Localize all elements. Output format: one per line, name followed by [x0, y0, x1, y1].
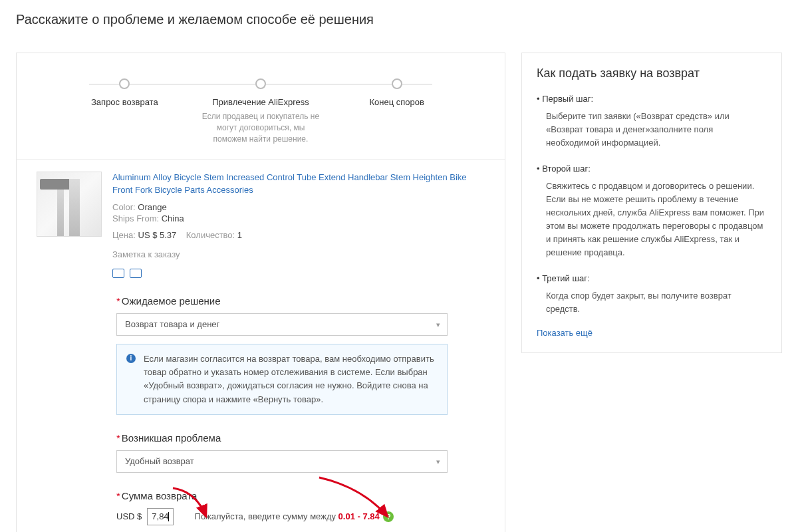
help-sidebar: Как подать заявку на возврат • Первый ша…	[521, 53, 782, 353]
refund-amount-label: Сумма возврата	[122, 490, 198, 501]
help-icon[interactable]: ?	[383, 511, 394, 522]
refund-range-hint: Пожалуйста, введите сумму между 0.01 - 7…	[195, 511, 394, 522]
help-step-2: • Второй шаг: Свяжитесь с продавцом и до…	[537, 162, 767, 260]
product-price-qty: Цена: US $ 5.37 Количество: 1	[112, 230, 485, 240]
step-circle-icon	[119, 78, 130, 89]
problem-block: *Возникшая проблема Удобный возврат ▾	[116, 432, 485, 473]
step-title: Запрос возврата	[57, 97, 193, 107]
product-color: Color: Orange	[112, 202, 485, 212]
shipping-icon[interactable]	[112, 269, 124, 278]
order-note-label: Заметка к заказу	[112, 249, 485, 259]
divider	[17, 159, 505, 160]
step-title: Привлечение AliExpress	[193, 97, 329, 107]
problem-label: Возникшая проблема	[122, 432, 221, 444]
problem-select[interactable]: Удобный возврат ▾	[116, 450, 448, 473]
step-circle-icon	[255, 78, 266, 89]
refund-amount-block: *Сумма возврата USD $ 7,84 Пожалуйста, в…	[116, 490, 485, 525]
step-title: Конец споров	[329, 97, 465, 107]
payment-icon[interactable]	[130, 269, 142, 278]
chevron-down-icon: ▾	[436, 314, 440, 335]
info-box: i Если магазин согласится на возврат тов…	[116, 344, 448, 415]
product-ships-from: Ships From: China	[112, 213, 485, 223]
chevron-down-icon: ▾	[436, 451, 440, 472]
refund-amount-input[interactable]: 7,84	[147, 508, 173, 525]
step-subtitle: Если продавец и покупатель не могут дого…	[201, 111, 321, 144]
progress-steps: Запрос возврата Привлечение AliExpress Е…	[57, 78, 465, 144]
expected-solution-select[interactable]: Возврат товара и денег ▾	[116, 313, 448, 336]
currency-label: USD $	[116, 511, 142, 521]
step-circle-icon	[392, 78, 402, 89]
page-title: Расскажите о проблеме и желаемом способе…	[0, 0, 798, 27]
step-2: Привлечение AliExpress Если продавец и п…	[193, 78, 329, 144]
expected-solution-label: Ожидаемое решение	[122, 295, 221, 307]
help-step-1: • Первый шаг: Выберите тип заявки («Возв…	[537, 92, 767, 150]
step-3: Конец споров	[329, 78, 465, 111]
dispute-form-card: Запрос возврата Привлечение AliExpress Е…	[16, 53, 505, 532]
expected-solution-block: *Ожидаемое решение Возврат товара и дене…	[116, 295, 485, 415]
help-step-3: • Третий шаг: Когда спор будет закрыт, в…	[537, 272, 767, 316]
help-sidebar-title: Как подать заявку на возврат	[537, 66, 767, 80]
product-thumbnail[interactable]	[37, 172, 102, 237]
product-title-link[interactable]: Aluminum Alloy Bicycle Stem Increased Co…	[112, 172, 485, 197]
info-icon: i	[126, 354, 136, 363]
show-more-link[interactable]: Показать ещё	[537, 328, 767, 338]
product-row: Aluminum Alloy Bicycle Stem Increased Co…	[37, 172, 485, 278]
step-1: Запрос возврата	[57, 78, 193, 111]
